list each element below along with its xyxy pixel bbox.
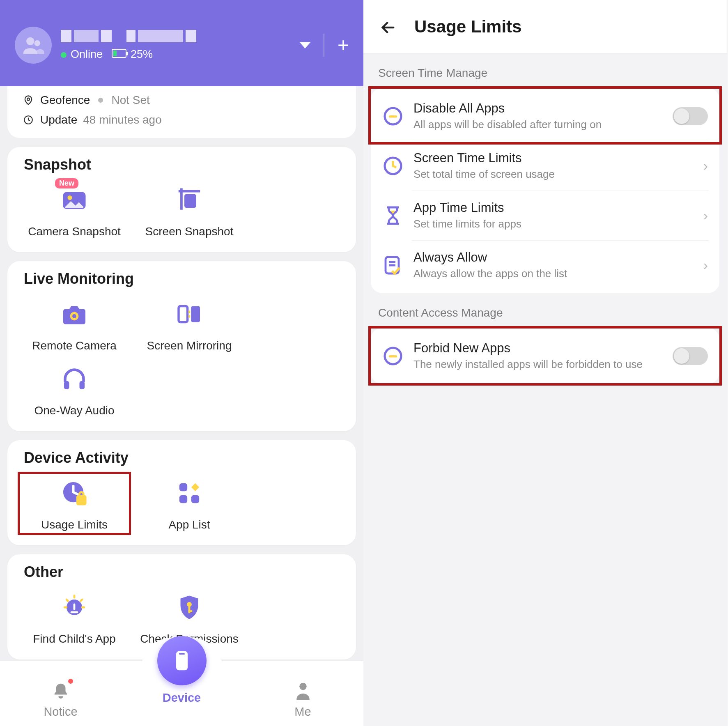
disable-all-apps-row[interactable]: Disable All Apps All apps will be disabl… xyxy=(371,91,719,141)
screen-time-limits-row[interactable]: Screen Time Limits Set total time of scr… xyxy=(371,141,719,191)
svg-rect-9 xyxy=(179,306,188,322)
headphones-icon xyxy=(21,363,128,395)
usage-limits-header: Usage Limits xyxy=(363,0,727,53)
photo-icon xyxy=(21,184,128,216)
app-time-limits-row[interactable]: App Time Limits Set time limits for apps… xyxy=(371,191,719,240)
avatar[interactable] xyxy=(15,27,52,64)
nav-me[interactable]: Me xyxy=(262,680,344,719)
svg-rect-26 xyxy=(179,653,185,655)
camera-snapshot-tile[interactable]: New Camera Snapshot xyxy=(19,180,130,241)
dot-icon xyxy=(98,98,103,103)
bell-icon xyxy=(20,680,102,702)
svg-point-2 xyxy=(27,98,30,101)
svg-point-27 xyxy=(299,683,307,690)
svg-rect-6 xyxy=(184,194,196,208)
snapshot-section: Snapshot New Camera Snapshot Screen Snap… xyxy=(7,147,356,252)
phone-icon xyxy=(157,636,207,685)
hourglass-icon xyxy=(382,205,404,226)
page-title: Usage Limits xyxy=(414,17,521,37)
screen-crop-icon xyxy=(135,184,243,216)
mirror-icon xyxy=(135,298,243,330)
screen-snapshot-tile[interactable]: Screen Snapshot xyxy=(134,180,245,241)
person-icon xyxy=(262,680,344,702)
forbid-new-apps-toggle[interactable] xyxy=(673,347,708,365)
live-monitoring-section: Live Monitoring Remote Camera Screen Mir… xyxy=(7,261,356,431)
new-badge: New xyxy=(55,178,78,188)
notification-dot-icon xyxy=(68,679,73,684)
remote-camera-tile[interactable]: Remote Camera xyxy=(19,294,130,355)
chevron-right-icon: › xyxy=(703,207,708,223)
svg-rect-24 xyxy=(188,610,193,612)
svg-point-8 xyxy=(72,314,76,318)
camera-icon xyxy=(21,298,128,330)
online-dot-icon xyxy=(61,52,67,58)
app-list-tile[interactable]: App List xyxy=(134,473,245,534)
forbid-new-apps-row[interactable]: Forbid New Apps The newly installed apps… xyxy=(371,331,719,381)
svg-rect-19 xyxy=(179,495,187,503)
back-button[interactable] xyxy=(380,18,396,36)
clock-icon xyxy=(22,114,34,126)
svg-rect-18 xyxy=(179,483,187,491)
device-info-card: Geofence Not Set Update 48 minutes ago xyxy=(7,86,356,138)
nav-device[interactable]: Device xyxy=(141,652,223,719)
geofence-icon xyxy=(22,94,34,106)
svg-point-0 xyxy=(26,37,34,45)
section-title: Device Activity xyxy=(19,449,344,466)
svg-rect-20 xyxy=(191,495,199,503)
find-childs-app-tile[interactable]: Find Child's App xyxy=(19,587,130,648)
lightbulb-icon xyxy=(21,591,128,623)
svg-rect-13 xyxy=(64,381,69,389)
svg-point-22 xyxy=(187,602,192,607)
group-label: Content Access Manage xyxy=(363,293,727,328)
device-header: Online 25% + xyxy=(0,0,363,86)
always-allow-row[interactable]: Always Allow Always allow the apps on th… xyxy=(371,240,719,290)
usage-limits-tile[interactable]: Usage Limits xyxy=(19,473,130,534)
list-check-icon xyxy=(382,255,404,276)
section-title: Live Monitoring xyxy=(19,270,344,287)
device-name-redacted xyxy=(61,30,196,42)
section-title: Other xyxy=(19,563,344,581)
disable-all-toggle[interactable] xyxy=(673,107,708,125)
dropdown-icon[interactable] xyxy=(300,42,310,48)
clock-lock-icon xyxy=(21,477,128,509)
apps-grid-icon xyxy=(135,477,243,509)
screen-time-manage-card: Disable All Apps All apps will be disabl… xyxy=(371,88,719,293)
bottom-nav: Notice Device Me xyxy=(0,660,363,726)
disable-icon xyxy=(382,106,404,127)
update-row[interactable]: Update 48 minutes ago xyxy=(19,110,344,130)
chevron-right-icon: › xyxy=(703,257,708,273)
screen-mirroring-tile[interactable]: Screen Mirroring xyxy=(134,294,245,355)
svg-rect-14 xyxy=(80,381,85,389)
disable-icon xyxy=(382,345,404,367)
shield-key-icon xyxy=(135,591,243,623)
nav-notice[interactable]: Notice xyxy=(20,680,102,719)
battery-icon xyxy=(112,49,126,58)
group-label: Screen Time Manage xyxy=(363,53,727,88)
svg-rect-10 xyxy=(191,306,200,322)
content-access-card: Forbid New Apps The newly installed apps… xyxy=(371,328,719,384)
svg-rect-33 xyxy=(389,355,397,358)
svg-rect-12 xyxy=(188,315,190,318)
battery-status: 25% xyxy=(112,48,153,61)
divider xyxy=(324,34,324,57)
one-way-audio-tile[interactable]: One-Way Audio xyxy=(19,359,130,420)
svg-rect-29 xyxy=(389,115,397,118)
section-title: Snapshot xyxy=(19,156,344,173)
svg-rect-11 xyxy=(188,310,190,313)
device-activity-section: Device Activity Usage Limits App List xyxy=(7,440,356,545)
add-device-button[interactable]: + xyxy=(338,35,349,55)
chevron-right-icon: › xyxy=(703,158,708,174)
clock-icon xyxy=(382,155,404,177)
geofence-row[interactable]: Geofence Not Set xyxy=(19,90,344,110)
online-status: Online xyxy=(61,48,103,61)
svg-point-5 xyxy=(68,195,72,200)
svg-point-1 xyxy=(34,40,40,46)
